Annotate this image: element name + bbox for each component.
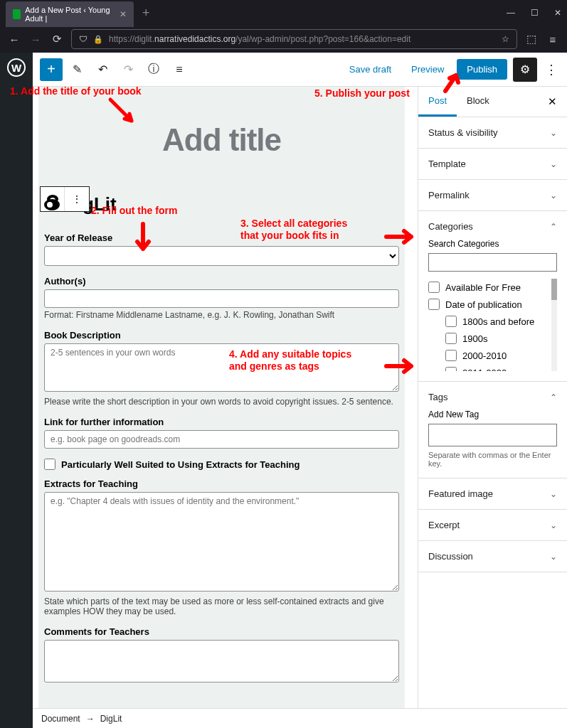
addtag-label: Add New Tag: [428, 410, 557, 419]
chevron-up-icon: ⌃: [550, 392, 557, 402]
panel-categories[interactable]: Categories⌃: [428, 221, 557, 232]
close-sidebar-icon[interactable]: ✕: [538, 87, 567, 117]
favicon: [13, 9, 21, 19]
cat-checkbox[interactable]: [445, 333, 457, 344]
desc-label: Book Description: [44, 330, 399, 341]
tab-block[interactable]: Block: [457, 87, 499, 117]
tag-hint: Separate with commas or the Enter key.: [428, 451, 557, 468]
wordpress-logo-icon[interactable]: W: [7, 58, 26, 77]
cat-label: 1800s and before: [462, 316, 534, 327]
pocket-icon[interactable]: ⬚: [524, 33, 539, 46]
desc-hint: Please write the short description in yo…: [44, 397, 399, 407]
link-label: Link for further information: [44, 417, 399, 427]
search-categories-input[interactable]: [428, 253, 557, 272]
diglit-form: DigLit Year of Release Author(s) Format:…: [38, 179, 405, 710]
editor-body: Add title ⋮ DigLit Year of Release: [33, 87, 567, 728]
cat-checkbox[interactable]: [428, 299, 440, 310]
add-block-button[interactable]: +: [40, 58, 63, 81]
edit-icon[interactable]: ✎: [65, 58, 88, 81]
editor: + ✎ ↶ ↷ ⓘ ≡ Save draft Preview Publish ⚙…: [33, 53, 567, 728]
chevron-down-icon: ⌄: [550, 520, 557, 530]
window-controls: — ☐ ✕: [507, 8, 561, 18]
chevron-up-icon: ⌃: [550, 222, 557, 232]
editor-canvas[interactable]: Add title ⋮ DigLit Year of Release: [33, 87, 418, 728]
extracts-label: Extracts for Teaching: [44, 478, 399, 489]
author-label: Author(s): [44, 276, 399, 287]
lock-icon: 🔒: [93, 35, 103, 44]
browser-titlebar: Add a New Post ‹ Young Adult | ✕ + — ☐ ✕: [0, 0, 567, 26]
chevron-down-icon: ⌄: [550, 552, 557, 562]
post-title-input[interactable]: Add title: [67, 122, 376, 158]
settings-button[interactable]: ⚙: [513, 58, 537, 82]
breadcrumb-arrow: →: [86, 714, 95, 724]
breadcrumb: Document → DigLit: [33, 708, 567, 728]
comments-textarea[interactable]: [44, 640, 399, 682]
url-text: https://diglit.narrativedidactics.org/ya…: [109, 34, 496, 44]
page-content: W + ✎ ↶ ↷ ⓘ ≡ Save draft Preview Publish…: [0, 53, 567, 728]
undo-button[interactable]: ↶: [91, 58, 114, 81]
sidebar-tabs: Post Block ✕: [418, 87, 567, 117]
forward-button: →: [28, 33, 43, 46]
cat-label: 2000-2010: [462, 350, 507, 361]
suited-checkbox[interactable]: [44, 459, 55, 470]
breadcrumb-block[interactable]: DigLit: [100, 714, 122, 724]
settings-sidebar: Post Block ✕ Status & visibility⌄ Templa…: [418, 87, 567, 728]
tab-post[interactable]: Post: [418, 87, 457, 117]
panel-permalink[interactable]: Permalink⌄: [428, 190, 557, 200]
chevron-down-icon: ⌄: [550, 191, 557, 200]
publish-button[interactable]: Publish: [457, 59, 507, 80]
cat-checkbox[interactable]: [445, 316, 457, 327]
link-input[interactable]: [44, 430, 399, 449]
bookmark-icon[interactable]: ☆: [502, 34, 509, 44]
category-list[interactable]: Available For Free Date of publication 1…: [428, 279, 557, 371]
cat-checkbox[interactable]: [445, 367, 457, 371]
shield-icon: 🛡: [79, 34, 88, 44]
outline-icon[interactable]: ≡: [168, 58, 191, 81]
author-input[interactable]: [44, 289, 399, 308]
new-tab-button[interactable]: +: [142, 6, 150, 21]
comments-label: Comments for Teachers: [44, 626, 399, 637]
cat-label: 2011-2020: [462, 368, 507, 372]
desc-textarea[interactable]: [44, 343, 399, 392]
year-select[interactable]: [44, 246, 399, 266]
address-bar[interactable]: 🛡 🔒 https://diglit.narrativedidactics.or…: [71, 29, 517, 49]
breadcrumb-doc[interactable]: Document: [41, 714, 80, 724]
panel-template[interactable]: Template⌄: [428, 159, 557, 169]
diglit-brand: DigLit: [44, 193, 399, 215]
panel-featured[interactable]: Featured image⌄: [428, 488, 557, 499]
menu-icon[interactable]: ≡: [546, 33, 560, 46]
cat-checkbox[interactable]: [428, 282, 440, 293]
maximize-icon[interactable]: ☐: [531, 8, 539, 18]
panel-discussion[interactable]: Discussion⌄: [428, 551, 557, 562]
close-window-icon[interactable]: ✕: [554, 8, 561, 18]
back-button[interactable]: ←: [7, 33, 21, 46]
reload-button[interactable]: ⟳: [50, 33, 64, 46]
block-options-icon[interactable]: ⋮: [65, 187, 89, 211]
options-button[interactable]: ⋮: [543, 62, 560, 77]
url-bar: ← → ⟳ 🛡 🔒 https://diglit.narrativedidact…: [0, 26, 567, 53]
extracts-textarea[interactable]: [44, 492, 399, 592]
panel-tags[interactable]: Tags⌃: [428, 392, 557, 402]
author-hint: Format: Firstname Middlename Lastname, e…: [44, 310, 399, 320]
year-label: Year of Release: [44, 232, 399, 243]
tab-title: Add a New Post ‹ Young Adult |: [25, 6, 112, 23]
diglit-eye-icon: [44, 199, 60, 210]
suited-label: Particularly Well Suited to Using Extrac…: [61, 459, 300, 470]
search-cat-label: Search Categories: [428, 239, 557, 249]
tag-input[interactable]: [428, 424, 557, 446]
panel-status[interactable]: Status & visibility⌄: [428, 127, 557, 138]
preview-button[interactable]: Preview: [404, 60, 451, 79]
close-icon[interactable]: ✕: [120, 9, 127, 19]
cat-checkbox[interactable]: [445, 350, 457, 361]
cat-label: Date of publication: [445, 299, 522, 310]
cat-label: Available For Free: [445, 282, 521, 293]
minimize-icon[interactable]: —: [507, 8, 515, 18]
save-draft-button[interactable]: Save draft: [342, 60, 398, 79]
info-icon[interactable]: ⓘ: [142, 58, 165, 81]
panel-excerpt[interactable]: Excerpt⌄: [428, 520, 557, 530]
chevron-down-icon: ⌄: [550, 159, 557, 169]
chevron-down-icon: ⌄: [550, 489, 557, 499]
redo-button: ↷: [117, 58, 139, 81]
browser-tab[interactable]: Add a New Post ‹ Young Adult | ✕: [6, 1, 134, 27]
cat-label: 1900s: [462, 333, 487, 344]
